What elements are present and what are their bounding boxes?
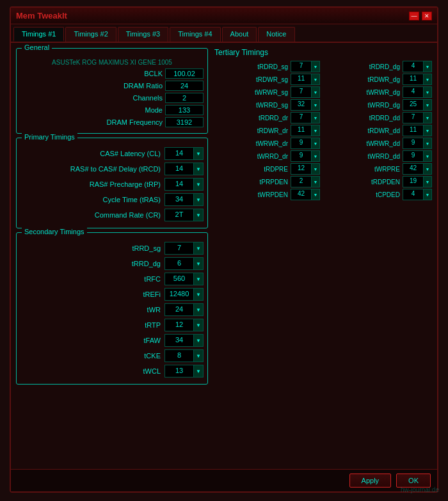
cl-row: CAS# Latency (CL) 14 ▼	[20, 147, 204, 160]
tab-notice[interactable]: Notice	[258, 27, 294, 42]
secondary-row-8: tWCL 13 ▼	[20, 365, 204, 378]
tert-dropdown-16[interactable]: ▼	[311, 163, 320, 175]
tert-control-20: 42 ▼	[291, 189, 320, 200]
tert-control-19: 19 ▼	[403, 176, 432, 187]
tab-timings1[interactable]: Timings #1	[13, 27, 64, 42]
tert-dropdown-7[interactable]: ▼	[423, 99, 432, 111]
sec-dropdown-1[interactable]: ▼	[193, 257, 204, 270]
sec-dropdown-5[interactable]: ▼	[193, 319, 204, 331]
tert-dropdown-8[interactable]: ▼	[311, 112, 320, 123]
tert-label-2: tRDWR_sg	[214, 76, 291, 83]
trcd-dropdown[interactable]: ▼	[193, 163, 204, 175]
window-title: Mem TweakIt	[16, 11, 67, 20]
tert-control-10: 11 ▼	[291, 125, 320, 136]
secondary-row-4: tWR 24 ▼	[20, 303, 204, 316]
tert-label-9: tRDRD_dd	[326, 115, 403, 122]
sec-dropdown-0[interactable]: ▼	[193, 242, 204, 255]
close-button[interactable]: ✕	[422, 12, 432, 20]
trcd-value: 14	[164, 163, 193, 175]
tert-value-3: 11	[403, 74, 423, 85]
tert-label-1: tRDRD_dg	[326, 63, 403, 70]
tert-value-14: 9	[291, 150, 311, 162]
sec-label-4: tWR	[20, 306, 164, 314]
general-group: General ASUSTeK ROG MAXIMUS XI GENE 1005…	[16, 48, 208, 134]
sec-dropdown-4[interactable]: ▼	[193, 303, 204, 316]
tras-control: 34 ▼	[164, 193, 204, 206]
tert-row-18: tPRPDEN 2 ▼	[214, 176, 320, 187]
tert-dropdown-10[interactable]: ▼	[311, 125, 320, 136]
tert-control-17: 42 ▼	[403, 163, 432, 175]
tert-dropdown-2[interactable]: ▼	[311, 74, 320, 85]
minimize-button[interactable]: —	[409, 12, 419, 20]
sec-dropdown-8[interactable]: ▼	[193, 365, 204, 378]
tert-dropdown-13[interactable]: ▼	[423, 138, 432, 149]
tert-dropdown-14[interactable]: ▼	[311, 150, 320, 162]
tert-dropdown-21[interactable]: ▼	[423, 189, 432, 200]
tert-row-19: tRDPDEN 19 ▼	[326, 176, 432, 187]
tert-label-13: tWRWR_dd	[326, 140, 403, 147]
tert-label-15: tWRRD_dd	[326, 153, 403, 160]
tert-label-10: tRDWR_dr	[214, 127, 291, 134]
tab-timings3[interactable]: Timings #3	[118, 27, 168, 42]
tab-timings2[interactable]: Timings #2	[65, 27, 116, 42]
tert-value-6: 32	[291, 99, 311, 111]
dram-ratio-value: 24	[165, 81, 204, 91]
tert-dropdown-17[interactable]: ▼	[423, 163, 432, 175]
tert-dropdown-19[interactable]: ▼	[423, 176, 432, 187]
tert-label-21: tCPDED	[326, 191, 403, 198]
trcd-label: RAS# to CAS# Delay (tRCD)	[20, 165, 164, 173]
apply-button[interactable]: Apply	[349, 473, 392, 488]
tert-label-17: tWRPRE	[326, 166, 403, 173]
tert-value-7: 25	[403, 99, 423, 111]
tert-dropdown-12[interactable]: ▼	[311, 138, 320, 149]
sec-dropdown-6[interactable]: ▼	[193, 334, 204, 347]
tab-about[interactable]: About	[222, 27, 257, 42]
sec-control-4: 24 ▼	[164, 303, 204, 316]
tert-value-11: 11	[403, 125, 423, 136]
tert-dropdown-20[interactable]: ▼	[311, 189, 320, 200]
ok-button[interactable]: OK	[396, 473, 431, 488]
tert-dropdown-1[interactable]: ▼	[423, 61, 432, 72]
tert-control-12: 9 ▼	[291, 138, 320, 149]
tert-value-13: 9	[403, 138, 423, 149]
tab-timings4[interactable]: Timings #4	[170, 27, 220, 42]
secondary-row-5: tRTP 12 ▼	[20, 319, 204, 331]
tert-control-13: 9 ▼	[403, 138, 432, 149]
cr-dropdown[interactable]: ▼	[193, 209, 204, 221]
tert-control-16: 12 ▼	[291, 163, 320, 175]
cl-dropdown[interactable]: ▼	[193, 147, 204, 160]
sec-control-1: 6 ▼	[164, 257, 204, 270]
sec-value-2: 560	[164, 273, 193, 285]
tert-dropdown-3[interactable]: ▼	[423, 74, 432, 85]
tert-row-2: tRDWR_sg 11 ▼	[214, 74, 320, 85]
tras-dropdown[interactable]: ▼	[193, 193, 204, 206]
tert-control-7: 25 ▼	[403, 99, 432, 111]
tert-dropdown-15[interactable]: ▼	[423, 150, 432, 162]
cl-label: CAS# Latency (CL)	[20, 150, 164, 157]
trp-dropdown[interactable]: ▼	[193, 178, 204, 191]
sec-dropdown-7[interactable]: ▼	[193, 349, 204, 362]
tab-bar: Timings #1 Timings #2 Timings #3 Timings…	[11, 24, 437, 43]
tert-dropdown-0[interactable]: ▼	[311, 61, 320, 72]
tert-dropdown-5[interactable]: ▼	[423, 86, 432, 98]
tert-row-14: tWRRD_dr 9 ▼	[214, 150, 320, 162]
tert-dropdown-18[interactable]: ▼	[311, 176, 320, 187]
tert-label-11: tRDWR_dd	[326, 127, 403, 134]
sec-dropdown-2[interactable]: ▼	[193, 273, 204, 285]
dram-freq-row: DRAM Frequency 3192	[20, 117, 204, 127]
dram-ratio-label: DRAM Ratio	[124, 82, 163, 90]
sec-label-7: tCKE	[20, 352, 164, 360]
tert-dropdown-9[interactable]: ▼	[423, 112, 432, 123]
cr-control: 2T ▼	[164, 209, 204, 221]
tert-dropdown-11[interactable]: ▼	[423, 125, 432, 136]
tert-dropdown-6[interactable]: ▼	[311, 99, 320, 111]
tert-value-16: 12	[291, 163, 311, 175]
tert-row-11: tRDWR_dd 11 ▼	[326, 125, 432, 136]
tert-value-17: 42	[403, 163, 423, 175]
bclk-value: 100.02	[165, 68, 204, 79]
tertiary-title: Tertiary Timings	[214, 48, 432, 57]
tert-dropdown-4[interactable]: ▼	[311, 86, 320, 98]
sec-value-6: 34	[164, 334, 193, 347]
tert-label-12: tWRWR_dr	[214, 140, 291, 147]
sec-dropdown-3[interactable]: ▼	[193, 288, 204, 301]
